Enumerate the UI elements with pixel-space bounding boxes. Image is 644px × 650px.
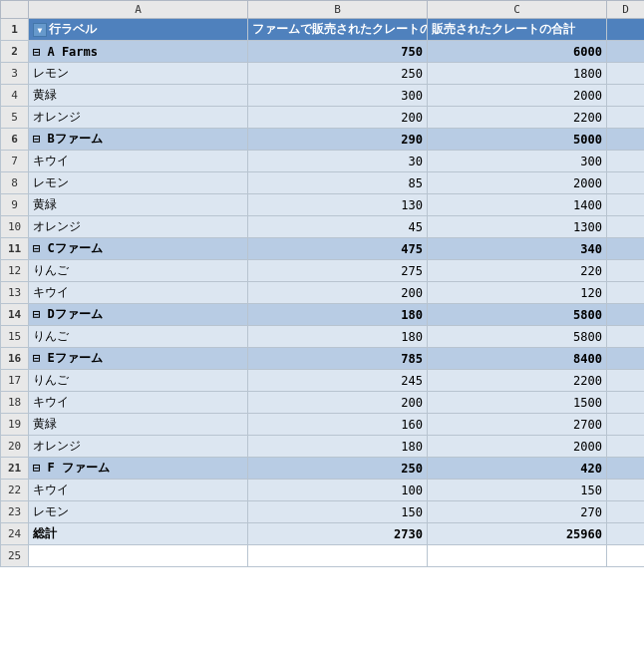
cell-d-20 — [607, 436, 645, 458]
cell-a-2: ⊟ A Farms — [29, 41, 248, 63]
cell-d-16 — [607, 348, 645, 370]
row-num-9: 9 — [1, 194, 29, 216]
table-row: 9黄緑1301400 — [1, 194, 645, 216]
cell-c-3: 1800 — [428, 63, 607, 85]
cell-a-5: オレンジ — [29, 107, 248, 129]
cell-b-16: 785 — [248, 348, 428, 370]
cell-c-23: 270 — [428, 501, 607, 523]
cell-d-19 — [607, 414, 645, 436]
cell-d-23 — [607, 501, 645, 523]
cell-a-6: ⊟ Bファーム — [29, 129, 248, 151]
cell-c-12: 220 — [428, 260, 607, 282]
cell-c-18: 1500 — [428, 392, 607, 414]
row-num-6: 6 — [1, 129, 29, 151]
row-num-22: 22 — [1, 480, 29, 501]
table-row: 18キウイ2001500 — [1, 392, 645, 414]
cell-a-3: レモン — [29, 63, 248, 85]
cell-a-19: 黄緑 — [29, 414, 248, 436]
table-row: 3レモン2501800 — [1, 63, 645, 85]
col-a-header: A — [29, 1, 248, 19]
group-label: ⊟ Cファーム — [33, 241, 103, 255]
cell-c-9: 1400 — [428, 194, 607, 216]
cell-a-11: ⊟ Cファーム — [29, 238, 248, 260]
table-row: 21⊟ F ファーム250420 — [1, 458, 645, 480]
cell-c-21: 420 — [428, 458, 607, 480]
cell-c-4: 2000 — [428, 85, 607, 107]
cell-b-3: 250 — [248, 63, 428, 85]
cell-c-13: 120 — [428, 282, 607, 304]
cell-b-10: 45 — [248, 216, 428, 238]
cell-b-18: 200 — [248, 392, 428, 414]
cell-a-4: 黄緑 — [29, 85, 248, 107]
row-num-24: 24 — [1, 523, 29, 545]
cell-d-22 — [607, 480, 645, 501]
row-label-dropdown[interactable]: ▼ — [33, 23, 47, 37]
cell-d-18 — [607, 392, 645, 414]
table-row: 5オレンジ2002200 — [1, 107, 645, 129]
pivot-header-a[interactable]: ▼ 行ラベル — [29, 19, 248, 41]
cell-c-15: 5800 — [428, 326, 607, 348]
cell-b-23: 150 — [248, 501, 428, 523]
row-num-13: 13 — [1, 282, 29, 304]
cell-c-22: 150 — [428, 480, 607, 501]
cell-d-24 — [607, 523, 645, 545]
cell-b-4: 300 — [248, 85, 428, 107]
cell-b-7: 30 — [248, 151, 428, 172]
cell-a-20: オレンジ — [29, 436, 248, 458]
cell-a-22: キウイ — [29, 480, 248, 501]
cell-d-17 — [607, 370, 645, 392]
row-num-19: 19 — [1, 414, 29, 436]
cell-a-8: レモン — [29, 172, 248, 194]
cell-b-13: 200 — [248, 282, 428, 304]
table-row: 12りんご275220 — [1, 260, 645, 282]
cell-a-13: キウイ — [29, 282, 248, 304]
cell-a-12: りんご — [29, 260, 248, 282]
table-row: 13キウイ200120 — [1, 282, 645, 304]
cell-d-12 — [607, 260, 645, 282]
row-num-8: 8 — [1, 172, 29, 194]
cell-b-12: 275 — [248, 260, 428, 282]
table-row: 24総計273025960 — [1, 523, 645, 545]
cell-a-21: ⊟ F ファーム — [29, 458, 248, 480]
table-row: 17りんご2452200 — [1, 370, 645, 392]
cell-b-2: 750 — [248, 41, 428, 63]
cell-c-17: 2200 — [428, 370, 607, 392]
group-label: ⊟ Eファーム — [33, 351, 103, 365]
group-label: ⊟ A Farms — [33, 45, 98, 59]
table-row: 4黄緑3002000 — [1, 85, 645, 107]
pivot-header-c: 販売されたクレートの合計 — [428, 19, 607, 41]
cell-c-20: 2000 — [428, 436, 607, 458]
cell-c-8: 2000 — [428, 172, 607, 194]
cell-b-19: 160 — [248, 414, 428, 436]
cell-a-15: りんご — [29, 326, 248, 348]
row-num-4: 4 — [1, 85, 29, 107]
col-b-header: B — [248, 1, 428, 19]
cell-d-9 — [607, 194, 645, 216]
table-row: 6⊟ Bファーム2905000 — [1, 129, 645, 151]
cell-c-11: 340 — [428, 238, 607, 260]
corner-cell — [1, 1, 29, 19]
table-row: 11⊟ Cファーム475340 — [1, 238, 645, 260]
table-row: 16⊟ Eファーム7858400 — [1, 348, 645, 370]
cell-a-24: 総計 — [29, 523, 248, 545]
row-num-12: 12 — [1, 260, 29, 282]
cell-b-24: 2730 — [248, 523, 428, 545]
cell-b-22: 100 — [248, 480, 428, 501]
cell-b-5: 200 — [248, 107, 428, 129]
cell-b-15: 180 — [248, 326, 428, 348]
cell-b-11: 475 — [248, 238, 428, 260]
col-c-header: C — [428, 1, 607, 19]
spreadsheet: A B C D 1 ▼ 行ラベル ファームで販売されたクレートの合計 販売された… — [0, 0, 644, 567]
cell-d-6 — [607, 129, 645, 151]
cell-d-14 — [607, 304, 645, 326]
cell-d-13 — [607, 282, 645, 304]
cell-c-6: 5000 — [428, 129, 607, 151]
table-row: 7キウイ30300 — [1, 151, 645, 172]
cell-d-2 — [607, 41, 645, 63]
cell-b-21: 250 — [248, 458, 428, 480]
row-num-18: 18 — [1, 392, 29, 414]
cell-a-14: ⊟ Dファーム — [29, 304, 248, 326]
row-num-20: 20 — [1, 436, 29, 458]
cell-b-8: 85 — [248, 172, 428, 194]
cell-d-3 — [607, 63, 645, 85]
